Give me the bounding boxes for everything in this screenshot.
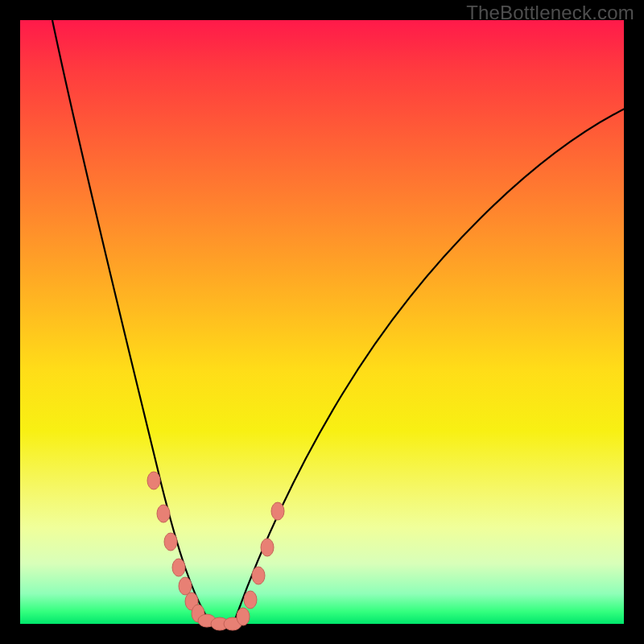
bead xyxy=(172,559,185,576)
bead xyxy=(271,502,284,520)
bead xyxy=(252,567,265,584)
bead xyxy=(147,472,160,489)
bead-cluster xyxy=(147,472,284,630)
bead xyxy=(157,505,170,522)
bead xyxy=(164,533,177,551)
curve-left-branch xyxy=(52,20,212,624)
bead xyxy=(237,608,250,625)
watermark-text: TheBottleneck.com xyxy=(466,2,634,24)
chart-frame: TheBottleneck.com xyxy=(0,0,644,644)
curve-right-branch xyxy=(233,107,628,624)
plot-area xyxy=(20,20,624,624)
bead xyxy=(179,577,192,595)
bead xyxy=(244,591,257,609)
bottleneck-curve xyxy=(20,20,624,624)
bead xyxy=(261,539,274,556)
